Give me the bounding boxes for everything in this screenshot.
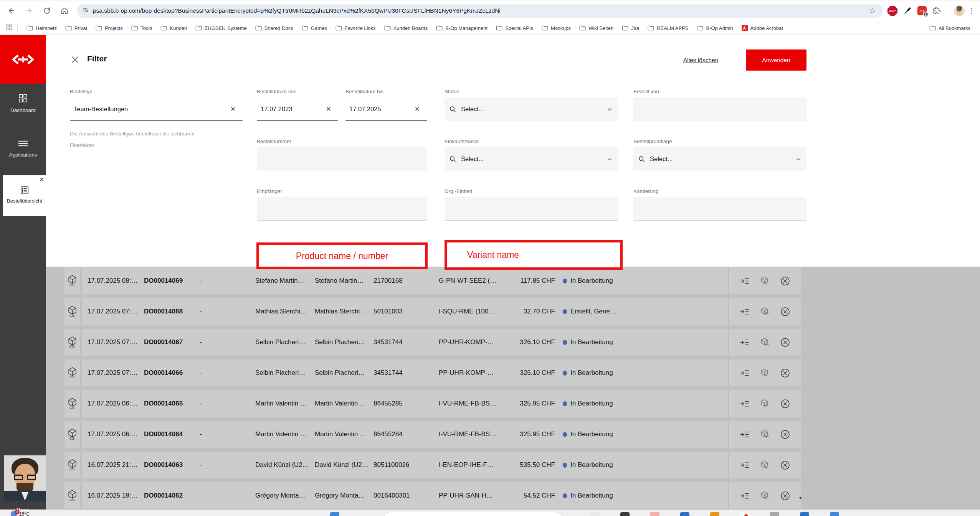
order-number[interactable]: DO00014068 [144,308,197,315]
adblock-extension-icon[interactable]: ABP [887,6,897,16]
taskbar-icon-edge[interactable] [830,512,839,516]
bookmark-folder[interactable]: A B-Op Admin [692,24,737,32]
bookmark-folder[interactable]: A Kunden Boards [380,24,432,32]
bookmark-folder[interactable]: A Tools [127,24,156,32]
cancel-order-icon[interactable] [780,491,790,501]
table-row[interactable]: CB 16.07.2025 18:… DO00014062 - Grégory … [64,482,801,509]
table-row[interactable]: CB 17.07.2025 07:… DO00014068 - Mathias … [64,298,801,325]
cancel-order-icon[interactable] [780,276,790,286]
bookmark-folder[interactable]: A Privat [61,24,91,32]
url-bar[interactable]: psa.sbb.b-op.com/bop-desktop?BusinessPar… [77,4,883,18]
assign-order-icon[interactable] [740,491,749,501]
sidebar-item-applications[interactable]: Applications [0,139,46,158]
cancel-order-icon[interactable] [780,368,790,378]
table-row[interactable]: CB 17.07.2025 06:… DO00014065 - Martin V… [64,390,801,417]
cancel-order-icon[interactable] [780,460,790,470]
assign-order-icon[interactable] [740,399,749,409]
bookmark-folder[interactable]: A Adobe Acrobat [737,24,787,32]
table-row[interactable]: CB 17.07.2025 07:… DO00014067 - Selbin P… [64,329,801,356]
cancel-order-icon[interactable] [780,399,790,409]
cancel-order-icon[interactable] [780,307,790,317]
erstellt-von-input[interactable] [633,97,806,121]
goods-receipt-icon[interactable] [760,430,769,439]
bookmark-folder[interactable]: A ZUGSEIL Systeme [191,24,251,32]
bookmark-star-icon[interactable]: ☆ [869,6,876,15]
taskbar-icon-terminal[interactable] [620,512,630,516]
order-number[interactable]: DO00014063 [144,461,197,469]
assign-order-icon[interactable] [740,307,749,317]
home-button[interactable] [57,3,72,18]
clear-all-filters-link[interactable]: Alles löschen [683,57,718,64]
reload-button[interactable] [39,3,55,18]
taskbar-icon-office[interactable] [710,512,719,516]
taskbar-icon-settings[interactable] [770,512,779,516]
assign-order-icon[interactable] [740,430,749,439]
kontierung-input[interactable] [633,197,806,221]
browser-profile-avatar[interactable] [954,5,965,16]
scrollbar-down-arrow[interactable]: ▾ [799,495,802,501]
eyedropper-extension-icon[interactable] [900,3,915,18]
taskbar-icon-teams[interactable] [800,512,809,516]
taskbar-icon-widgets[interactable] [330,512,339,516]
taskbar-icon-active-app[interactable] [650,512,659,516]
bookmark-folder[interactable]: A REALM APPS [643,24,692,32]
sbb-logo[interactable] [0,35,46,84]
table-row[interactable]: CB 16.07.2025 21:… DO00014063 - David Kü… [64,452,801,478]
einkaufszweck-select[interactable]: Select... [445,147,618,171]
table-row[interactable]: CB 17.07.2025 07:… DO00014066 - Selbin P… [64,359,801,386]
back-button[interactable] [4,3,19,18]
apps-grid-icon[interactable] [5,24,12,32]
bookmark-folder[interactable]: A Projects [91,24,127,32]
clear-bestelltyp-icon[interactable]: ✕ [227,105,239,113]
cancel-order-icon[interactable] [780,429,790,440]
bookmark-folder[interactable]: A Mockups [537,24,575,32]
order-number[interactable]: DO00014069 [144,277,197,285]
status-select[interactable]: Select... [445,97,618,121]
notification-extension-icon[interactable]: ••• 1 [917,6,927,15]
goods-receipt-icon[interactable] [760,491,769,501]
bookmark-folder[interactable]: A Jira [618,24,643,32]
table-row[interactable]: CB 17.07.2025 06:… DO00014064 - Martin V… [64,421,801,448]
table-row[interactable]: CB 17.07.2025 08:… DO00014069 - Stefano … [64,267,801,294]
bestellnummer-input[interactable] [257,147,427,171]
empfaenger-input[interactable] [257,197,427,221]
bookmark-folder[interactable]: A Kunden [156,24,191,32]
assign-order-icon[interactable] [740,276,749,286]
browser-menu-icon[interactable]: ⋮ [967,6,976,15]
close-tab-icon[interactable]: ✕ [39,176,44,182]
sidebar-item-bestelluebersicht[interactable]: ✕ Bestellübersicht [3,175,46,216]
goods-receipt-icon[interactable] [760,460,769,470]
cancel-order-icon[interactable] [780,337,790,348]
goods-receipt-icon[interactable] [760,338,769,347]
goods-receipt-icon[interactable] [760,276,769,286]
bookmark-folder[interactable]: A Shared Docs [251,24,297,32]
extensions-puzzle-icon[interactable] [929,3,944,18]
order-number[interactable]: DO00014067 [144,338,197,346]
taskbar-weather-widget[interactable]: 3 15°C [11,511,30,516]
taskbar-icon-mail[interactable] [680,512,689,516]
order-number[interactable]: DO00014062 [144,492,197,500]
bookmark-folder[interactable]: A B-Op Management [432,24,492,32]
goods-receipt-icon[interactable] [760,368,769,378]
apply-filters-button[interactable]: Anwenden [746,49,806,71]
assign-order-icon[interactable] [740,338,749,347]
bestellgrundlage-select[interactable]: Select... [633,147,806,171]
bookmark-folder[interactable]: A Wiki Seiten [575,24,618,32]
forward-button[interactable] [21,3,37,18]
order-number[interactable]: DO00014066 [144,369,197,377]
bestelldatum-bis-input[interactable]: 17.07.2025 ✕ [345,97,427,121]
clear-datum-von-icon[interactable]: ✕ [323,105,334,113]
bestelldatum-von-input[interactable]: 17.07.2023 ✕ [257,97,338,121]
taskbar-icon-explorer[interactable] [590,512,600,516]
clear-datum-bis-icon[interactable]: ✕ [412,105,423,113]
sidebar-user[interactable]: Rene [0,454,46,516]
order-number[interactable]: DO00014064 [144,430,197,438]
assign-order-icon[interactable] [740,460,749,470]
filter-close-icon[interactable] [70,55,80,66]
bookmark-folder[interactable]: A Special APIs [492,24,537,32]
bestelltyp-input[interactable]: Team-Bestellungen ✕ [70,97,243,121]
site-settings-icon[interactable] [82,7,89,15]
taskbar-icon-record[interactable] [740,512,749,516]
order-number[interactable]: DO00014065 [144,400,197,407]
goods-receipt-icon[interactable] [760,307,769,317]
